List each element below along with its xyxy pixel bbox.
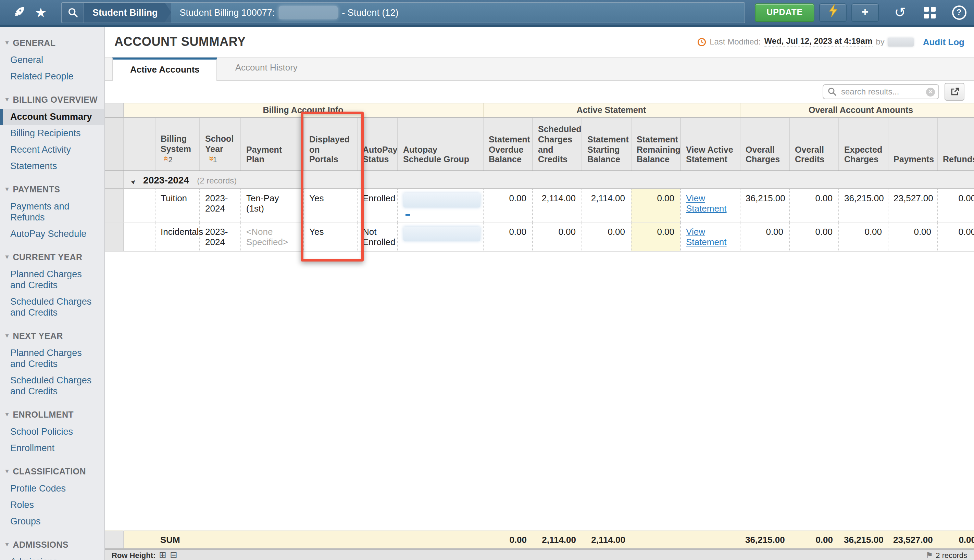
col-header-scheduled-charges-and-credits[interactable]: Scheduled Charges and Credits bbox=[532, 117, 581, 171]
clear-search-icon[interactable]: × bbox=[926, 88, 935, 97]
cell-expected-charges: 0.00 bbox=[839, 222, 888, 252]
search-input[interactable] bbox=[823, 85, 938, 98]
sidebar-item-planned-charges-next[interactable]: Planned Charges and Credits bbox=[0, 345, 104, 372]
cell-statement-starting-balance: 2,114.00 bbox=[581, 188, 631, 222]
column-group-header-row: Billing Account Info Active Statement Ov… bbox=[105, 103, 974, 117]
view-statement-link[interactable]: View Statement bbox=[686, 193, 727, 213]
col-header-statement-overdue-balance[interactable]: Statement Overdue Balance bbox=[483, 117, 532, 171]
redacted-link-edge bbox=[405, 214, 410, 216]
top-action-buttons: UPDATE + ↺ ? bbox=[755, 3, 967, 22]
view-statement-link[interactable]: View Statement bbox=[686, 227, 727, 247]
sidebar-section-current-year[interactable]: ▾CURRENT YEAR bbox=[0, 253, 104, 262]
sidebar-section-payments[interactable]: ▾PAYMENTS bbox=[0, 185, 104, 195]
sidebar-section-admissions[interactable]: ▾ADMISSIONS bbox=[0, 540, 104, 550]
cell-billing-system: Tuition bbox=[155, 188, 199, 222]
table-row[interactable]: Incidentals 2023-2024 <None Specified> Y… bbox=[105, 222, 974, 252]
lightning-bolt-icon bbox=[829, 4, 837, 20]
sidebar-item-payments-and-refunds[interactable]: Payments and Refunds bbox=[0, 198, 104, 226]
cell-displayed-on-portals: Yes bbox=[303, 222, 357, 252]
sidebar-item-scheduled-charges-next[interactable]: Scheduled Charges and Credits bbox=[0, 372, 104, 400]
favorites-star-icon[interactable]: ★ bbox=[35, 6, 47, 19]
cell-billing-system: Incidentals bbox=[155, 222, 199, 252]
col-header-statement-starting-balance[interactable]: Statement Starting Balance bbox=[581, 117, 631, 171]
sidebar-section-classification[interactable]: ▾CLASSIFICATION bbox=[0, 467, 104, 477]
sidebar-item-account-summary[interactable]: Account Summary bbox=[0, 109, 104, 125]
sidebar-item-statements[interactable]: Statements bbox=[0, 158, 104, 175]
cell-overall-charges: 36,215.00 bbox=[740, 188, 789, 222]
audit-log-link[interactable]: Audit Log bbox=[923, 37, 964, 47]
row-height-decrease-button[interactable]: ⊟ bbox=[170, 550, 177, 559]
sidebar-section-enrollment[interactable]: ▾ENROLLMENT bbox=[0, 410, 104, 420]
col-header-displayed-on-portals[interactable]: Displayed on Portals bbox=[303, 117, 357, 171]
group-header-active-statement: Active Statement bbox=[483, 103, 740, 117]
main-content: ACCOUNT SUMMARY Last Modified: Wed, Jul … bbox=[105, 27, 974, 560]
sidebar-item-autopay-schedule[interactable]: AutoPay Schedule bbox=[0, 226, 104, 242]
collapse-group-icon[interactable]: ▲ bbox=[129, 177, 139, 186]
sidebar-item-recent-activity[interactable]: Recent Activity bbox=[0, 142, 104, 158]
tab-active-accounts[interactable]: Active Accounts bbox=[112, 58, 217, 81]
sidebar-item-general[interactable]: General bbox=[0, 52, 104, 68]
sidebar-item-related-people[interactable]: Related People bbox=[0, 68, 104, 85]
sidebar-item-enrollment[interactable]: Enrollment bbox=[0, 440, 104, 457]
record-count: ⚑ 2 records bbox=[926, 550, 967, 560]
col-header-payments[interactable]: Payments bbox=[888, 117, 937, 171]
sidebar-section-next-year[interactable]: ▾NEXT YEAR bbox=[0, 331, 104, 341]
sidebar-section-general[interactable]: ▾GENERAL bbox=[0, 38, 104, 48]
cell-autopay-status: Not Enrolled bbox=[357, 222, 397, 252]
col-header-refunds[interactable]: Refunds bbox=[937, 117, 974, 171]
tab-bar: Active Accounts Account History bbox=[105, 58, 974, 81]
sidebar-item-planned-charges-current[interactable]: Planned Charges and Credits bbox=[0, 266, 104, 294]
sum-statement-starting-balance: 2,114.00 bbox=[581, 531, 631, 549]
sidebar-item-profile-codes[interactable]: Profile Codes bbox=[0, 481, 104, 497]
cell-statement-remaining-balance: 0.00 bbox=[631, 222, 680, 252]
cell-payments: 23,527.00 bbox=[888, 188, 937, 222]
col-header-school-year[interactable]: School Year«1 bbox=[199, 117, 241, 171]
cell-refunds: 0.00 bbox=[937, 222, 974, 252]
col-header-billing-system[interactable]: Billing System«2 bbox=[155, 117, 199, 171]
row-height-increase-button[interactable]: ⊞ bbox=[159, 550, 167, 559]
sidebar-item-admissions[interactable]: Admissions bbox=[0, 554, 104, 560]
year-group-row: ▲ 2023-2024 (2 records) bbox=[105, 171, 974, 188]
sidebar-item-scheduled-charges-current[interactable]: Scheduled Charges and Credits bbox=[0, 294, 104, 321]
tab-account-history[interactable]: Account History bbox=[217, 56, 316, 80]
col-header-statement-remaining-balance[interactable]: Statement Remaining Balance bbox=[631, 117, 680, 171]
last-modified-value: Wed, Jul 12, 2023 at 4:19am bbox=[764, 36, 873, 47]
cell-statement-overdue-balance: 0.00 bbox=[483, 222, 532, 252]
results-grid: Billing Account Info Active Statement Ov… bbox=[105, 103, 974, 549]
record-title-prefix: Student Billing 100077: bbox=[180, 7, 275, 17]
year-group-label: 2023-2024 bbox=[143, 174, 189, 185]
history-icon[interactable]: ↺ bbox=[892, 4, 908, 20]
table-row[interactable]: Tuition 2023-2024 Ten-Pay (1st) Yes Enro… bbox=[105, 188, 974, 222]
sidebar-item-groups[interactable]: Groups bbox=[0, 513, 104, 530]
col-header-overall-charges[interactable]: Overall Charges bbox=[740, 117, 789, 171]
global-search-bar: Student Billing Student Billing 100077: … bbox=[61, 2, 745, 23]
cell-scheduled-charges-and-credits: 2,114.00 bbox=[532, 188, 581, 222]
cell-autopay-status: Enrolled bbox=[357, 188, 397, 222]
col-header-autopay-schedule-group[interactable]: Autopay Schedule Group bbox=[397, 117, 483, 171]
col-header-autopay-status[interactable]: AutoPay Status bbox=[357, 117, 397, 171]
sidebar-item-roles[interactable]: Roles bbox=[0, 497, 104, 513]
quick-actions-button[interactable] bbox=[819, 3, 847, 22]
col-header-payment-plan[interactable]: Payment Plan bbox=[241, 117, 303, 171]
app-grid-icon[interactable] bbox=[921, 10, 938, 15]
sidebar-section-billing-overview[interactable]: ▾BILLING OVERVIEW bbox=[0, 95, 104, 105]
add-button[interactable]: + bbox=[851, 3, 879, 22]
clock-icon bbox=[697, 37, 706, 46]
sidebar-item-billing-recipients[interactable]: Billing Recipients bbox=[0, 125, 104, 142]
sum-overall-charges: 36,215.00 bbox=[740, 531, 789, 549]
chevron-down-icon: ▾ bbox=[5, 253, 8, 260]
flag-icon: ⚑ bbox=[926, 550, 933, 560]
col-header-overall-credits[interactable]: Overall Credits bbox=[789, 117, 839, 171]
update-button[interactable]: UPDATE bbox=[755, 3, 814, 22]
col-header-expected-charges[interactable]: Expected Charges bbox=[839, 117, 888, 171]
cell-payment-plan: Ten-Pay (1st) bbox=[241, 188, 303, 222]
search-icon[interactable] bbox=[62, 2, 84, 22]
col-header-view-active-statement[interactable]: View Active Statement bbox=[680, 117, 740, 171]
sidebar-item-school-policies[interactable]: School Policies bbox=[0, 424, 104, 440]
sum-refunds: 0.00 bbox=[937, 531, 974, 549]
help-icon[interactable]: ? bbox=[951, 5, 967, 20]
column-header-row: Billing System«2 School Year«1 Payment P… bbox=[105, 117, 974, 171]
breadcrumb[interactable]: Student Billing bbox=[84, 2, 165, 22]
rocket-icon[interactable] bbox=[12, 5, 25, 19]
open-in-new-window-button[interactable] bbox=[944, 83, 964, 101]
